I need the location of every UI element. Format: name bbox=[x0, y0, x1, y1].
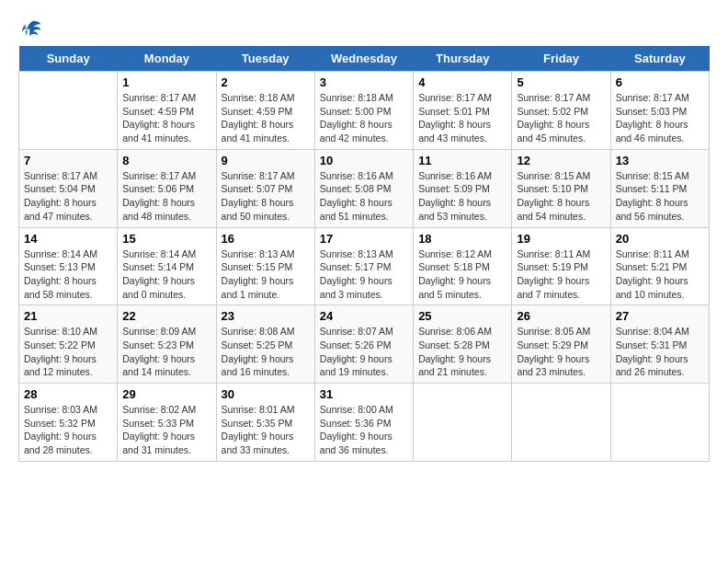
cell-info: Sunrise: 8:01 AM Sunset: 5:35 PM Dayligh… bbox=[222, 403, 310, 457]
cell-info: Sunrise: 8:11 AM Sunset: 5:19 PM Dayligh… bbox=[517, 247, 605, 302]
calendar-cell: 20Sunrise: 8:11 AM Sunset: 5:21 PM Dayli… bbox=[610, 227, 709, 305]
date-number: 2 bbox=[222, 75, 310, 89]
day-header-wednesday: Wednesday bbox=[314, 46, 413, 72]
cell-info: Sunrise: 8:17 AM Sunset: 4:59 PM Dayligh… bbox=[122, 91, 210, 145]
calendar-cell: 15Sunrise: 8:14 AM Sunset: 5:14 PM Dayli… bbox=[118, 227, 216, 305]
cell-info: Sunrise: 8:14 AM Sunset: 5:13 PM Dayligh… bbox=[24, 247, 112, 302]
calendar-cell: 5Sunrise: 8:17 AM Sunset: 5:02 PM Daylig… bbox=[512, 72, 610, 150]
cell-info: Sunrise: 8:18 AM Sunset: 5:00 PM Dayligh… bbox=[320, 91, 408, 145]
cell-info: Sunrise: 8:08 AM Sunset: 5:25 PM Dayligh… bbox=[222, 325, 310, 379]
date-number: 17 bbox=[320, 232, 408, 246]
cell-info: Sunrise: 8:09 AM Sunset: 5:23 PM Dayligh… bbox=[122, 325, 210, 379]
header bbox=[18, 18, 710, 37]
date-number: 14 bbox=[24, 232, 112, 246]
date-number: 1 bbox=[122, 75, 210, 89]
calendar-cell bbox=[610, 384, 709, 462]
date-number: 4 bbox=[418, 75, 506, 89]
date-number: 29 bbox=[122, 387, 210, 401]
week-row-4: 21Sunrise: 8:10 AM Sunset: 5:22 PM Dayli… bbox=[19, 305, 710, 384]
calendar-cell: 27Sunrise: 8:04 AM Sunset: 5:31 PM Dayli… bbox=[610, 305, 709, 384]
calendar-cell: 29Sunrise: 8:02 AM Sunset: 5:33 PM Dayli… bbox=[118, 384, 216, 462]
date-number: 19 bbox=[517, 232, 605, 246]
cell-info: Sunrise: 8:17 AM Sunset: 5:02 PM Dayligh… bbox=[517, 91, 605, 145]
calendar-cell: 26Sunrise: 8:05 AM Sunset: 5:29 PM Dayli… bbox=[512, 305, 610, 384]
date-number: 18 bbox=[418, 232, 506, 246]
date-number: 28 bbox=[24, 387, 112, 401]
calendar-cell bbox=[19, 72, 118, 150]
cell-info: Sunrise: 8:06 AM Sunset: 5:28 PM Dayligh… bbox=[418, 325, 506, 379]
date-number: 9 bbox=[222, 154, 310, 167]
cell-info: Sunrise: 8:17 AM Sunset: 5:01 PM Dayligh… bbox=[418, 91, 506, 145]
calendar-cell: 13Sunrise: 8:15 AM Sunset: 5:11 PM Dayli… bbox=[610, 149, 709, 227]
calendar-cell: 25Sunrise: 8:06 AM Sunset: 5:28 PM Dayli… bbox=[414, 305, 512, 384]
calendar-cell: 10Sunrise: 8:16 AM Sunset: 5:08 PM Dayli… bbox=[314, 149, 413, 227]
calendar-cell: 2Sunrise: 8:18 AM Sunset: 4:59 PM Daylig… bbox=[216, 72, 314, 150]
date-number: 20 bbox=[616, 232, 704, 246]
date-number: 11 bbox=[418, 154, 506, 167]
date-number: 16 bbox=[222, 232, 310, 246]
date-number: 24 bbox=[320, 309, 408, 323]
day-header-tuesday: Tuesday bbox=[216, 46, 314, 72]
cell-info: Sunrise: 8:15 AM Sunset: 5:10 PM Dayligh… bbox=[517, 169, 605, 224]
logo bbox=[18, 18, 42, 37]
calendar-cell: 14Sunrise: 8:14 AM Sunset: 5:13 PM Dayli… bbox=[19, 227, 118, 305]
logo-bird-icon bbox=[20, 18, 42, 40]
week-row-2: 7Sunrise: 8:17 AM Sunset: 5:04 PM Daylig… bbox=[19, 149, 710, 227]
calendar-cell: 31Sunrise: 8:00 AM Sunset: 5:36 PM Dayli… bbox=[314, 384, 413, 462]
date-number: 30 bbox=[222, 387, 310, 401]
day-header-saturday: Saturday bbox=[610, 46, 709, 72]
calendar-cell: 21Sunrise: 8:10 AM Sunset: 5:22 PM Dayli… bbox=[19, 305, 118, 384]
week-row-3: 14Sunrise: 8:14 AM Sunset: 5:13 PM Dayli… bbox=[19, 227, 710, 305]
date-number: 26 bbox=[517, 309, 605, 323]
cell-info: Sunrise: 8:11 AM Sunset: 5:21 PM Dayligh… bbox=[616, 247, 704, 302]
date-number: 31 bbox=[320, 387, 408, 401]
calendar-table: SundayMondayTuesdayWednesdayThursdayFrid… bbox=[18, 46, 710, 462]
date-number: 22 bbox=[122, 309, 210, 323]
calendar-cell: 16Sunrise: 8:13 AM Sunset: 5:15 PM Dayli… bbox=[216, 227, 314, 305]
date-number: 7 bbox=[24, 154, 112, 167]
date-number: 3 bbox=[320, 75, 408, 89]
date-number: 5 bbox=[517, 75, 605, 89]
date-number: 23 bbox=[222, 309, 310, 323]
cell-info: Sunrise: 8:12 AM Sunset: 5:18 PM Dayligh… bbox=[418, 247, 506, 302]
calendar-cell: 19Sunrise: 8:11 AM Sunset: 5:19 PM Dayli… bbox=[512, 227, 610, 305]
cell-info: Sunrise: 8:05 AM Sunset: 5:29 PM Dayligh… bbox=[517, 325, 605, 379]
calendar-cell: 11Sunrise: 8:16 AM Sunset: 5:09 PM Dayli… bbox=[414, 149, 512, 227]
calendar-cell: 7Sunrise: 8:17 AM Sunset: 5:04 PM Daylig… bbox=[19, 149, 118, 227]
cell-info: Sunrise: 8:04 AM Sunset: 5:31 PM Dayligh… bbox=[616, 325, 704, 379]
cell-info: Sunrise: 8:14 AM Sunset: 5:14 PM Dayligh… bbox=[122, 247, 210, 302]
calendar-cell: 9Sunrise: 8:17 AM Sunset: 5:07 PM Daylig… bbox=[216, 149, 314, 227]
cell-info: Sunrise: 8:00 AM Sunset: 5:36 PM Dayligh… bbox=[320, 403, 408, 457]
cell-info: Sunrise: 8:17 AM Sunset: 5:06 PM Dayligh… bbox=[122, 169, 210, 224]
cell-info: Sunrise: 8:13 AM Sunset: 5:15 PM Dayligh… bbox=[222, 247, 310, 302]
cell-info: Sunrise: 8:15 AM Sunset: 5:11 PM Dayligh… bbox=[616, 169, 704, 224]
day-header-sunday: Sunday bbox=[19, 46, 118, 72]
calendar-cell: 30Sunrise: 8:01 AM Sunset: 5:35 PM Dayli… bbox=[216, 384, 314, 462]
calendar-cell: 12Sunrise: 8:15 AM Sunset: 5:10 PM Dayli… bbox=[512, 149, 610, 227]
day-header-thursday: Thursday bbox=[414, 46, 512, 72]
date-number: 21 bbox=[24, 309, 112, 323]
cell-info: Sunrise: 8:17 AM Sunset: 5:07 PM Dayligh… bbox=[222, 169, 310, 224]
week-row-5: 28Sunrise: 8:03 AM Sunset: 5:32 PM Dayli… bbox=[19, 384, 710, 462]
calendar-cell: 8Sunrise: 8:17 AM Sunset: 5:06 PM Daylig… bbox=[118, 149, 216, 227]
calendar-cell: 1Sunrise: 8:17 AM Sunset: 4:59 PM Daylig… bbox=[118, 72, 216, 150]
date-number: 12 bbox=[517, 154, 605, 167]
cell-info: Sunrise: 8:17 AM Sunset: 5:04 PM Dayligh… bbox=[24, 169, 112, 224]
calendar-cell bbox=[512, 384, 610, 462]
calendar-cell: 22Sunrise: 8:09 AM Sunset: 5:23 PM Dayli… bbox=[118, 305, 216, 384]
date-number: 10 bbox=[320, 154, 408, 167]
calendar-cell: 28Sunrise: 8:03 AM Sunset: 5:32 PM Dayli… bbox=[19, 384, 118, 462]
calendar-cell: 18Sunrise: 8:12 AM Sunset: 5:18 PM Dayli… bbox=[414, 227, 512, 305]
calendar-cell bbox=[414, 384, 512, 462]
cell-info: Sunrise: 8:13 AM Sunset: 5:17 PM Dayligh… bbox=[320, 247, 408, 302]
calendar-cell: 3Sunrise: 8:18 AM Sunset: 5:00 PM Daylig… bbox=[314, 72, 413, 150]
date-number: 13 bbox=[616, 154, 704, 167]
calendar-cell: 23Sunrise: 8:08 AM Sunset: 5:25 PM Dayli… bbox=[216, 305, 314, 384]
cell-info: Sunrise: 8:17 AM Sunset: 5:03 PM Dayligh… bbox=[616, 91, 704, 145]
cell-info: Sunrise: 8:02 AM Sunset: 5:33 PM Dayligh… bbox=[122, 403, 210, 457]
calendar-cell: 17Sunrise: 8:13 AM Sunset: 5:17 PM Dayli… bbox=[314, 227, 413, 305]
cell-info: Sunrise: 8:03 AM Sunset: 5:32 PM Dayligh… bbox=[24, 403, 112, 457]
calendar-cell: 6Sunrise: 8:17 AM Sunset: 5:03 PM Daylig… bbox=[610, 72, 709, 150]
date-number: 15 bbox=[122, 232, 210, 246]
date-number: 8 bbox=[122, 154, 210, 167]
